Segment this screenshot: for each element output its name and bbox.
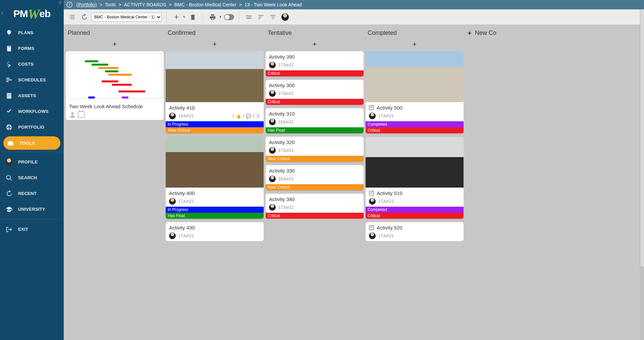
toggle-switch[interactable]	[224, 12, 234, 22]
breadcrumb-board[interactable]: 13 - Two Week Look Ahead	[245, 2, 302, 7]
person-icon	[69, 112, 75, 118]
sidebar-item-tools[interactable]: TOOLS	[3, 136, 60, 150]
avatar-icon	[269, 204, 276, 211]
checkbox-icon[interactable]	[369, 105, 374, 110]
sidebar-item-schedules[interactable]: SCHEDULES	[0, 72, 64, 88]
sidebar-item-label: EXIT	[18, 227, 28, 232]
add-card-button[interactable]: +	[366, 39, 464, 51]
card-date: 17Jun21	[278, 148, 294, 153]
tag-in-progress: In Progress	[166, 207, 264, 213]
sidebar-item-university[interactable]: UNIVERSITY	[0, 201, 64, 217]
card-two-week-schedule[interactable]: Two Week Look Ahead Schedule	[66, 51, 164, 120]
list-view-icon[interactable]	[67, 12, 77, 22]
add-column-button[interactable]: + New Co	[466, 28, 502, 266]
card-image-gantt	[66, 51, 164, 101]
card-date: 17Jun21	[178, 233, 194, 238]
sidebar-item-label: UNIVERSITY	[18, 207, 45, 212]
sidebar-item-label: SEARCH	[18, 175, 37, 180]
new-column-label: New Co	[475, 29, 496, 37]
history-icon	[5, 190, 13, 197]
breadcrumb-tools[interactable]: Tools	[105, 2, 116, 7]
sidebar-item-label: COSTS	[18, 62, 34, 67]
breadcrumb-project[interactable]: BMC - Boston Medical Center	[174, 2, 236, 7]
sidebar-item-portfolio[interactable]: PORTFOLIO	[0, 119, 64, 135]
filter-icon[interactable]	[268, 12, 278, 22]
card-activity-400[interactable]: Activity 400 17Jun21 In Progress Has Flo…	[166, 137, 264, 219]
avatar-icon	[369, 198, 376, 205]
toolbar: BMC - Boston Medical Center - 13 - Two W…	[64, 9, 502, 25]
clipboard-icon	[5, 45, 13, 52]
sidebar-item-recent[interactable]: RECENT	[0, 186, 64, 201]
card-activity-320[interactable]: Activity 320 17Jun21 Near Critical	[266, 137, 364, 162]
logo-text: PMWeb	[13, 5, 51, 20]
board-selector[interactable]: BMC - Boston Medical Center - 13 - Two W…	[91, 13, 162, 21]
card-date: 17Jun21	[278, 91, 294, 96]
column-title: Planned	[66, 28, 164, 39]
column-tentative: Tentative + Activity 390 17Jun21 Critica…	[266, 28, 364, 266]
card-title: Activity 400	[169, 190, 260, 196]
card-title: Activity 390	[269, 54, 360, 60]
calendar-icon	[78, 111, 85, 118]
sidebar-item-exit[interactable]: EXIT	[0, 221, 64, 237]
card-activity-390[interactable]: Activity 390 17Jun21 Critical	[266, 51, 364, 76]
settings-sliders-icon[interactable]	[244, 12, 254, 22]
tag-completed: Completed	[366, 207, 464, 213]
sidebar-item-forms[interactable]: FORMS	[0, 41, 64, 56]
sort-desc-icon[interactable]	[256, 12, 266, 22]
toolbar-separator	[203, 11, 203, 23]
avatar-icon	[269, 147, 276, 154]
add-icon[interactable]: +	[171, 12, 181, 22]
sidebar-item-costs[interactable]: COSTS	[0, 56, 64, 72]
card-activity-310[interactable]: Activity 310 15Jun21 Has Float	[266, 108, 364, 133]
toolbar-separator	[166, 11, 167, 23]
print-icon[interactable]	[208, 12, 218, 22]
avatar-icon	[169, 113, 176, 119]
tag-has-float: Has Float	[266, 127, 364, 133]
breadcrumb-portfolio[interactable]: (Portfolio)	[76, 2, 97, 7]
avatar-icon	[169, 232, 176, 239]
column-completed: Completed + Activity 500 17Jun21 Complet…	[366, 28, 464, 266]
avatar-icon	[269, 90, 276, 97]
toolbar-separator	[239, 11, 239, 23]
sidebar-item-plans[interactable]: PLANS	[0, 25, 64, 41]
card-activity-340[interactable]: Activity 340 17Jun21 Critical	[266, 194, 364, 219]
add-card-button[interactable]: +	[66, 39, 164, 51]
breadcrumb: i (Portfolio) > Tools > ACTIVITY BOARDS …	[64, 0, 502, 9]
add-card-button[interactable]: +	[166, 39, 264, 51]
card-activity-520[interactable]: Activity 520 17Jun21	[366, 222, 464, 241]
comment-icon: 💬	[246, 114, 251, 119]
dollar-icon	[5, 61, 13, 68]
add-dropdown-icon[interactable]: ▼	[182, 15, 186, 19]
tag-completed: Completed	[366, 121, 464, 127]
checkbox-icon[interactable]	[369, 225, 374, 230]
history-icon[interactable]	[79, 12, 89, 22]
breadcrumb-activity-boards[interactable]: ACTIVITY BOARDS	[124, 2, 166, 7]
card-activity-330[interactable]: Activity 330 16Jun21 Near Critical	[266, 165, 364, 190]
card-activity-430[interactable]: Activity 430 17Jun21	[166, 222, 264, 241]
collapse-sidebar-icon[interactable]: ‹	[1, 9, 3, 16]
sidebar-item-workflows[interactable]: WORKFLOWS	[0, 104, 64, 119]
sidebar-item-search[interactable]: SEARCH	[0, 170, 64, 186]
card-activity-510[interactable]: Activity 510 17Jun21 Completed Critical	[366, 137, 464, 219]
card-activity-300[interactable]: Activity 300 17Jun21 Critical	[266, 80, 364, 105]
tag-near-critical: Near Critical	[166, 127, 264, 133]
card-activity-410[interactable]: Activity 410 18Jun21 1👍 2💬 3☰ In Progres…	[166, 51, 264, 133]
app-logo: ‹ PMWeb ®	[0, 0, 64, 25]
print-dropdown-icon[interactable]: ▼	[219, 15, 222, 19]
user-avatar-icon[interactable]	[280, 12, 290, 22]
info-icon[interactable]: i	[66, 2, 72, 8]
add-card-button[interactable]: +	[266, 39, 364, 51]
sidebar-item-profile[interactable]: PROFILE	[0, 154, 64, 170]
card-title: Activity 430	[169, 225, 260, 230]
sidebar-item-assets[interactable]: ASSETS	[0, 88, 64, 104]
tag-critical: Critical	[266, 70, 364, 76]
registered-icon: ®	[59, 1, 62, 5]
search-icon	[5, 174, 13, 182]
card-date: 17Jun21	[378, 114, 394, 118]
building-icon	[5, 92, 13, 99]
card-date: 18Jun21	[178, 114, 194, 118]
delete-icon[interactable]	[188, 12, 198, 22]
card-activity-500[interactable]: Activity 500 17Jun21 Completed Critical	[366, 51, 464, 133]
sidebar-divider	[0, 152, 64, 152]
checkbox-icon[interactable]	[369, 191, 374, 196]
